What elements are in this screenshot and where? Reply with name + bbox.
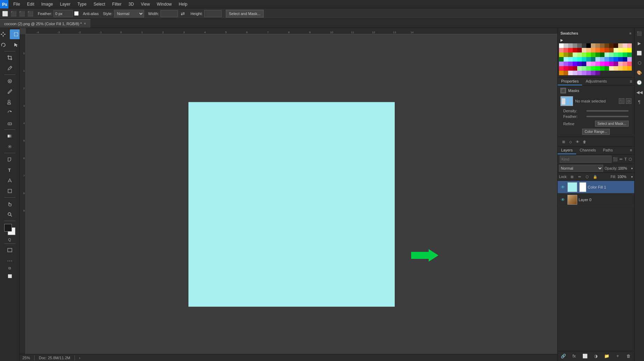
menu-layer[interactable]: Layer (56, 0, 74, 8)
swatch[interactable] (559, 43, 564, 48)
swatch[interactable] (559, 57, 564, 62)
tab-properties[interactable]: Properties (558, 78, 582, 85)
swatch[interactable] (586, 48, 591, 52)
swatch[interactable] (618, 48, 623, 52)
swatch[interactable] (577, 66, 582, 71)
menu-select[interactable]: Select (90, 0, 108, 8)
swatch[interactable] (618, 52, 623, 57)
swatch[interactable] (564, 57, 568, 62)
properties-menu[interactable]: ≡ (628, 79, 634, 84)
swatch[interactable] (573, 66, 577, 71)
swatch[interactable] (618, 62, 623, 66)
swatches-panel-header[interactable]: Swatches ≡ (559, 29, 633, 37)
swatch[interactable] (577, 62, 582, 66)
swatch[interactable] (604, 48, 609, 52)
swatch[interactable] (582, 52, 586, 57)
artwork-arrange[interactable]: ⧉ (5, 265, 15, 272)
clone-stamp[interactable] (3, 97, 16, 107)
swatch[interactable] (623, 66, 627, 71)
right-bar-paragraph[interactable]: ¶ (635, 98, 644, 106)
menu-3d[interactable]: 3D (125, 0, 137, 8)
tool-options-icon[interactable]: ⬜ (1, 10, 8, 17)
crop-tool[interactable] (3, 53, 16, 63)
eyedropper-tool[interactable] (3, 63, 16, 73)
brush-tool[interactable] (3, 87, 16, 97)
swatch[interactable] (573, 52, 577, 57)
zoom-tool[interactable] (3, 210, 16, 219)
right-bar-properties[interactable]: ▶ (635, 39, 644, 48)
panel-grid-icon[interactable]: ⊞ (560, 139, 567, 145)
swatch[interactable] (582, 57, 586, 62)
menu-window[interactable]: Window (153, 0, 176, 8)
canvas-area[interactable]: -4 -3 -2 -1 0 1 2 3 4 5 6 7 8 9 10 11 12… (20, 28, 557, 361)
swatch[interactable] (577, 43, 582, 48)
swatch[interactable] (623, 62, 627, 66)
swatch[interactable] (600, 62, 604, 66)
swatch[interactable] (604, 52, 609, 57)
swatch[interactable] (568, 57, 573, 62)
menu-file[interactable]: File (10, 0, 23, 8)
swatch[interactable] (604, 43, 609, 48)
select-and-mask-button[interactable]: Select and Mask... (226, 10, 264, 17)
swatch[interactable] (582, 66, 586, 71)
swatch[interactable] (577, 71, 582, 75)
swatch[interactable] (564, 62, 568, 66)
healing-tool[interactable] (3, 76, 16, 86)
panel-link-icon[interactable]: ◇ (567, 139, 574, 145)
swatch[interactable] (591, 43, 595, 48)
color-range-btn[interactable]: Color Range... (582, 129, 609, 135)
swatch[interactable] (559, 48, 564, 52)
layer-adjust-btn[interactable]: ◑ (592, 353, 599, 360)
document-tab[interactable]: cocoon (2).png @ 25% (Color Fill 1, RGB/… (0, 19, 91, 28)
layer-delete-btn[interactable]: 🗑 (625, 353, 632, 360)
swap-icon[interactable]: ⇄ (179, 10, 186, 17)
swatch[interactable] (577, 52, 582, 57)
layer-shape-filter[interactable]: ⬡ (628, 156, 632, 163)
swatch[interactable] (591, 52, 595, 57)
swatch[interactable] (614, 57, 618, 62)
swatch[interactable] (586, 57, 591, 62)
swatch[interactable] (595, 66, 600, 71)
lock-pixels[interactable]: ⊞ (569, 174, 575, 180)
path-select[interactable] (3, 176, 16, 185)
tab-paths[interactable]: Paths (600, 147, 616, 154)
swatch[interactable] (582, 43, 586, 48)
panel-delete-icon[interactable]: 🗑 (581, 139, 588, 145)
swatch[interactable] (564, 48, 568, 52)
foreground-color[interactable] (4, 224, 12, 232)
swatch[interactable] (618, 57, 623, 62)
anti-alias-check[interactable] (74, 11, 79, 16)
swatch[interactable] (568, 52, 573, 57)
swatch[interactable] (627, 52, 632, 57)
swatch[interactable] (614, 62, 618, 66)
swatch[interactable] (623, 52, 627, 57)
menu-edit[interactable]: Edit (23, 0, 38, 8)
swatch[interactable] (573, 57, 577, 62)
move-tool[interactable] (0, 29, 9, 39)
swatch[interactable] (614, 48, 618, 52)
layer-item-layer0[interactable]: 👁 Layer 0 (558, 193, 634, 206)
swatch[interactable] (573, 48, 577, 52)
swatches-collapse[interactable]: ≡ (629, 31, 631, 35)
style-select[interactable]: NormalFixed RatioFixed Size (114, 10, 144, 17)
swatch[interactable] (627, 57, 632, 62)
artboard-tools[interactable]: ⬜ (5, 272, 15, 279)
menu-image[interactable]: Image (38, 0, 56, 8)
swatch[interactable] (614, 52, 618, 57)
swatch[interactable] (609, 48, 614, 52)
swatch[interactable] (595, 52, 600, 57)
tool-options-icon4[interactable]: ⬛ (27, 10, 34, 17)
lasso-tool[interactable] (0, 40, 9, 50)
swatch[interactable] (559, 62, 564, 66)
gradient-tool[interactable] (3, 131, 16, 141)
right-bar-swatches[interactable]: ⬛ (635, 29, 644, 38)
swatch[interactable] (627, 43, 632, 48)
swatch[interactable] (623, 43, 627, 48)
hand-tool[interactable] (3, 199, 16, 209)
swatch[interactable] (582, 71, 586, 75)
shape-tool[interactable] (3, 186, 16, 196)
swatch[interactable] (591, 66, 595, 71)
swatch[interactable] (568, 71, 573, 75)
swatch[interactable] (595, 43, 600, 48)
swatch[interactable] (623, 48, 627, 52)
